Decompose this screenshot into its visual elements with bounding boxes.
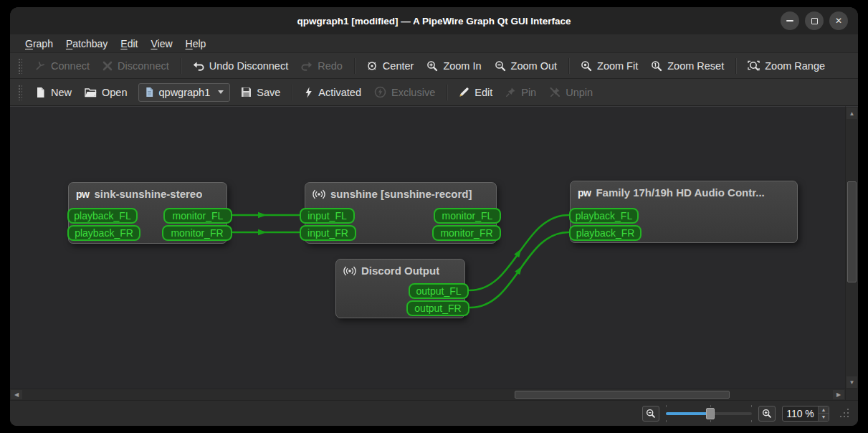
open-folder-icon	[85, 87, 97, 97]
vertical-scroll-thumb[interactable]	[847, 181, 857, 282]
node-sunshine[interactable]: sunshine [sunshine-record] input_FL inpu…	[305, 182, 497, 244]
toolbar-drag-handle[interactable]	[18, 85, 22, 100]
center-icon	[366, 60, 378, 72]
port-playback-fl[interactable]: playback_FL	[67, 208, 138, 224]
toolbar-separator	[568, 58, 569, 74]
port-monitor-fr[interactable]: monitor_FR	[162, 225, 232, 241]
connect-icon	[35, 60, 46, 71]
port-monitor-fr[interactable]: monitor_FR	[432, 225, 501, 241]
maximize-button[interactable]	[805, 11, 824, 30]
redo-icon	[301, 60, 313, 71]
port-playback-fl[interactable]: playback_FL	[569, 208, 639, 224]
zoom-slider-handle[interactable]	[706, 408, 715, 419]
toolbar-separator	[735, 58, 736, 74]
edit-toolbar: Connect Disconnect Undo Disconnect Redo …	[10, 53, 858, 79]
activated-button[interactable]: Activated	[297, 83, 368, 102]
toolbar-separator	[354, 58, 355, 74]
menu-view[interactable]: View	[144, 36, 178, 52]
port-output-fl[interactable]: output_FL	[409, 283, 469, 299]
toolbar-drag-handle[interactable]	[18, 58, 22, 74]
status-bar: 110 % ▲ ▼	[10, 400, 858, 426]
zoom-reset-icon	[651, 60, 662, 72]
patchbay-select[interactable]: qpwgraph1	[138, 83, 231, 102]
title-bar[interactable]: qpwgraph1 [modified] — A PipeWire Graph …	[10, 7, 858, 34]
save-icon	[241, 87, 252, 97]
pin-icon	[505, 87, 516, 97]
port-output-fr[interactable]: output_FR	[406, 300, 469, 316]
port-input-fr[interactable]: input_FR	[300, 225, 356, 241]
save-button[interactable]: Save	[234, 83, 287, 102]
status-zoom-out-button[interactable]	[642, 406, 659, 422]
menu-edit[interactable]: Edit	[114, 36, 144, 52]
toolbar-separator	[447, 85, 447, 100]
redo-button[interactable]: Redo	[295, 57, 349, 75]
toolbar-separator	[292, 85, 292, 100]
zoom-in-icon	[426, 60, 438, 72]
port-playback-fr[interactable]: playback_FR	[569, 225, 642, 241]
unpin-button[interactable]: Unpin	[543, 83, 599, 102]
port-input-fl[interactable]: input_FL	[300, 208, 355, 224]
new-file-icon	[35, 87, 46, 98]
horizontal-scroll-thumb[interactable]	[515, 391, 730, 399]
connection-wires	[10, 107, 844, 389]
edit-button[interactable]: Edit	[452, 83, 499, 102]
resize-grip[interactable]	[840, 409, 849, 418]
zoom-range-button[interactable]: Zoom Range	[741, 57, 831, 75]
pin-button[interactable]: Pin	[499, 83, 543, 102]
vertical-scrollbar[interactable]: ▲ ▼	[845, 106, 858, 389]
close-button[interactable]: ✕	[829, 11, 848, 30]
scroll-up-button[interactable]: ▲	[846, 108, 857, 119]
menu-patchbay[interactable]: Patchbay	[59, 36, 114, 52]
zoom-reset-button[interactable]: Zoom Reset	[644, 57, 730, 75]
minimize-button[interactable]	[781, 11, 799, 30]
edit-pencil-icon	[459, 87, 469, 97]
zoom-in-button[interactable]: Zoom In	[420, 57, 487, 75]
graph-canvas[interactable]: pw sink-sunshine-stereo playback_FL play…	[10, 106, 845, 389]
port-monitor-fl[interactable]: monitor_FL	[163, 208, 232, 224]
pipewire-icon: pw	[76, 189, 89, 200]
zoom-value: 110 %	[783, 406, 818, 421]
menu-help[interactable]: Help	[179, 36, 213, 52]
center-button[interactable]: Center	[360, 57, 421, 75]
scrollbar-corner	[845, 389, 858, 400]
disconnect-icon	[102, 61, 113, 71]
connect-button[interactable]: Connect	[29, 57, 96, 75]
open-button[interactable]: Open	[78, 83, 133, 102]
zoom-fit-icon	[581, 60, 592, 72]
zoom-fit-button[interactable]: Zoom Fit	[574, 57, 644, 75]
zoom-out-button[interactable]: Zoom Out	[488, 57, 563, 75]
scroll-left-button[interactable]: ◀	[11, 390, 22, 399]
spin-down-button[interactable]: ▼	[819, 414, 829, 421]
disconnect-button[interactable]: Disconnect	[96, 57, 176, 75]
scroll-right-button[interactable]: ▶	[833, 390, 844, 399]
new-button[interactable]: New	[29, 83, 78, 102]
node-title: sunshine [sunshine-record]	[330, 188, 472, 200]
port-playback-fr[interactable]: playback_FR	[67, 225, 140, 241]
wire-arrow	[258, 212, 267, 218]
node-discord-output[interactable]: Discord Output output_FL output_FR	[335, 259, 465, 318]
node-sink-sunshine-stereo[interactable]: pw sink-sunshine-stereo playback_FL play…	[68, 182, 227, 244]
zoom-range-icon	[748, 60, 760, 72]
graph-view: pw sink-sunshine-stereo playback_FL play…	[10, 106, 858, 400]
patchbay-file-icon	[145, 87, 154, 97]
toolbar-separator	[181, 58, 181, 74]
undo-icon	[193, 60, 204, 71]
spin-up-button[interactable]: ▲	[819, 406, 829, 414]
node-title: Family 17h/19h HD Audio Contr...	[596, 186, 764, 199]
status-zoom-in-button[interactable]	[758, 406, 776, 422]
menu-graph[interactable]: Graph	[19, 36, 59, 52]
node-family-hd-audio[interactable]: pw Family 17h/19h HD Audio Contr... play…	[570, 181, 798, 243]
wire-arrow	[258, 229, 267, 235]
horizontal-scrollbar[interactable]: ◀ ▶	[10, 389, 845, 400]
undo-disconnect-button[interactable]: Undo Disconnect	[186, 57, 295, 75]
scroll-down-button[interactable]: ▼	[846, 376, 857, 388]
zoom-spinbox[interactable]: 110 % ▲ ▼	[782, 406, 829, 422]
zoom-slider-fill	[666, 412, 710, 415]
port-monitor-fl[interactable]: monitor_FL	[434, 208, 501, 224]
stream-icon	[313, 189, 325, 200]
zoom-in-icon	[762, 409, 772, 419]
unpin-icon	[549, 87, 561, 97]
exclusive-button[interactable]: Exclusive	[368, 82, 442, 102]
zoom-slider[interactable]	[666, 406, 752, 421]
node-title: Discord Output	[361, 265, 439, 277]
